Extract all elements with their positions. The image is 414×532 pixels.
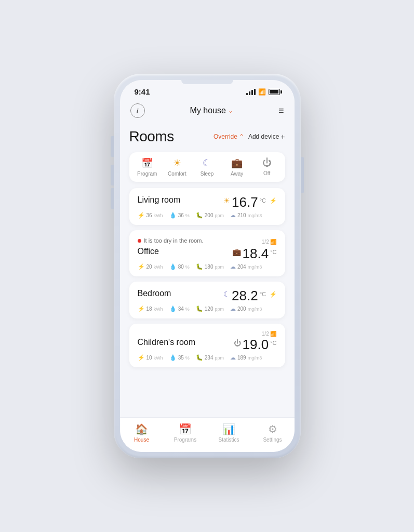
co2-icon: 🐛 <box>196 354 203 361</box>
chevron-up-icon: ⌃ <box>239 133 244 140</box>
tab-away[interactable]: 💼 Away <box>222 157 252 177</box>
energy-icon: ⚡ <box>138 212 145 219</box>
nav-programs[interactable]: 📅 Programs <box>164 423 207 443</box>
room-header: Office 💼 18.4 °C <box>138 247 277 260</box>
chevron-down-icon: ⌄ <box>228 107 233 114</box>
room-temperature: 28.2 <box>232 289 258 302</box>
room-stat: 💧 35 % <box>169 354 190 361</box>
room-stat: 🐛 120 ppm <box>196 305 224 312</box>
room-sub-header: It is too dry in the room. 1/2 📶 <box>138 237 277 246</box>
room-card[interactable]: Living room ☀ 16.7 °C ⚡ ⚡ 36 kWh 💧 36 % … <box>129 188 285 225</box>
stat-unit: mg/m3 <box>248 264 262 270</box>
room-temp-block: ☾ 28.2 °C ⚡ <box>223 289 276 302</box>
programs-nav-icon: 📅 <box>179 423 192 435</box>
programs-nav-label: Programs <box>174 437 196 443</box>
room-stats: ⚡ 36 kWh 💧 36 % 🐛 200 ppm ☁ 210 mg/m3 <box>138 212 277 219</box>
menu-button[interactable]: ≡ <box>278 106 284 115</box>
alert-text: It is too dry in the room. <box>144 237 204 244</box>
stat-value: 10 <box>146 355 152 361</box>
room-stat: 🐛 200 ppm <box>196 212 224 219</box>
room-stat: 💧 36 % <box>169 212 190 219</box>
stat-unit: kWh <box>154 307 163 312</box>
room-mode-icon: ☀ <box>223 196 230 205</box>
tab-off[interactable]: ⏻ Off <box>252 157 282 177</box>
temp-indicator: ⚡ <box>270 197 277 204</box>
alert-dot <box>138 239 141 243</box>
settings-nav-label: Settings <box>263 437 282 443</box>
room-mode-icon: ☾ <box>223 290 230 298</box>
info-button[interactable]: i <box>130 103 145 118</box>
house-nav-icon: 🏠 <box>135 423 148 435</box>
co2-icon: 🐛 <box>196 212 203 219</box>
override-button[interactable]: Override ⌃ <box>213 133 244 140</box>
plus-icon: + <box>281 132 285 141</box>
room-temp-block: ☀ 16.7 °C ⚡ <box>223 195 276 209</box>
humidity-icon: 💧 <box>169 212 177 219</box>
house-name: My house <box>190 106 226 115</box>
off-label: Off <box>263 170 270 176</box>
room-temp-info: °C ⚡ <box>260 289 277 298</box>
room-stats: ⚡ 18 kWh 💧 34 % 🐛 120 ppm ☁ 200 mg/m3 <box>138 305 277 312</box>
room-name: Office <box>138 247 159 256</box>
room-cards: Living room ☀ 16.7 °C ⚡ ⚡ 36 kWh 💧 36 % … <box>129 188 285 367</box>
energy-icon: ⚡ <box>138 263 145 270</box>
phone-inner: 9:41 📶 i My house ⌄ <box>120 80 295 452</box>
sleep-icon: ☾ <box>203 157 211 169</box>
stat-unit: % <box>185 213 190 218</box>
room-stats: ⚡ 10 kWh 💧 35 % 🐛 234 ppm ☁ 189 mg/m3 <box>138 354 277 361</box>
status-icons: 📶 <box>246 88 280 96</box>
away-icon: 💼 <box>231 157 243 169</box>
stat-value: 234 <box>205 355 213 361</box>
stat-unit: kWh <box>154 264 163 270</box>
room-temperature: 16.7 <box>232 195 258 209</box>
room-stat: 🐛 234 ppm <box>196 354 224 361</box>
room-stat: ⚡ 18 kWh <box>138 305 163 312</box>
humidity-icon: 💧 <box>169 263 177 270</box>
add-device-button[interactable]: Add device + <box>248 132 285 141</box>
nav-settings[interactable]: ⚙ Settings <box>251 423 295 443</box>
co2-icon: 🐛 <box>196 263 203 270</box>
stat-value: 36 <box>178 212 184 218</box>
energy-icon: ⚡ <box>138 305 145 312</box>
stat-unit: mg/m3 <box>248 355 262 361</box>
program-icon: 📅 <box>141 157 153 169</box>
room-header: Living room ☀ 16.7 °C ⚡ <box>138 195 277 209</box>
house-title-button[interactable]: My house ⌄ <box>190 106 233 115</box>
stat-value: 18 <box>146 306 152 312</box>
signal-icon <box>246 89 256 95</box>
temp-unit: °C <box>260 197 266 204</box>
phone-frame: 9:41 📶 i My house ⌄ <box>114 74 301 458</box>
tab-sleep[interactable]: ☾ Sleep <box>192 157 222 177</box>
stat-unit: mg/m3 <box>248 213 262 218</box>
temp-unit: °C <box>270 249 276 255</box>
room-card[interactable]: Bedroom ☾ 28.2 °C ⚡ ⚡ 18 kWh 💧 34 % 🐛 12… <box>129 282 285 318</box>
room-header: Children's room ⏻ 19.0 °C <box>138 338 277 351</box>
room-card[interactable]: 1/2 📶 Children's room ⏻ 19.0 °C ⚡ 10 kWh… <box>129 324 285 367</box>
room-temperature: 19.0 <box>243 338 269 351</box>
dust-icon: ☁ <box>230 305 236 312</box>
stat-unit: kWh <box>154 213 163 218</box>
room-stat: ☁ 189 mg/m3 <box>230 354 262 361</box>
dust-icon: ☁ <box>230 263 236 270</box>
house-nav-label: House <box>134 437 149 443</box>
room-card[interactable]: It is too dry in the room. 1/2 📶 Office … <box>129 230 285 276</box>
tab-comfort[interactable]: ☀ Comfort <box>162 157 192 177</box>
top-nav: i My house ⌄ ≡ <box>120 99 295 123</box>
tab-program[interactable]: 📅 Program <box>132 157 163 177</box>
settings-nav-icon: ⚙ <box>268 423 277 435</box>
stat-unit: ppm <box>215 213 224 218</box>
screen: 9:41 📶 i My house ⌄ <box>120 80 295 452</box>
temp-unit: °C <box>260 291 266 297</box>
stat-value: 80 <box>178 264 184 270</box>
rooms-title: Rooms <box>129 128 174 145</box>
room-stat: ⚡ 10 kWh <box>138 354 163 361</box>
stat-unit: % <box>185 307 190 312</box>
room-name: Children's room <box>138 338 196 347</box>
nav-house[interactable]: 🏠 House <box>120 423 164 443</box>
stat-unit: % <box>185 264 190 270</box>
room-temp-block: ⏻ 19.0 °C <box>234 338 277 351</box>
phone-notch <box>181 80 233 84</box>
wifi-status: 1/2 📶 <box>262 331 277 337</box>
dust-icon: ☁ <box>230 354 236 361</box>
nav-statistics[interactable]: 📊 Statistics <box>207 423 251 443</box>
